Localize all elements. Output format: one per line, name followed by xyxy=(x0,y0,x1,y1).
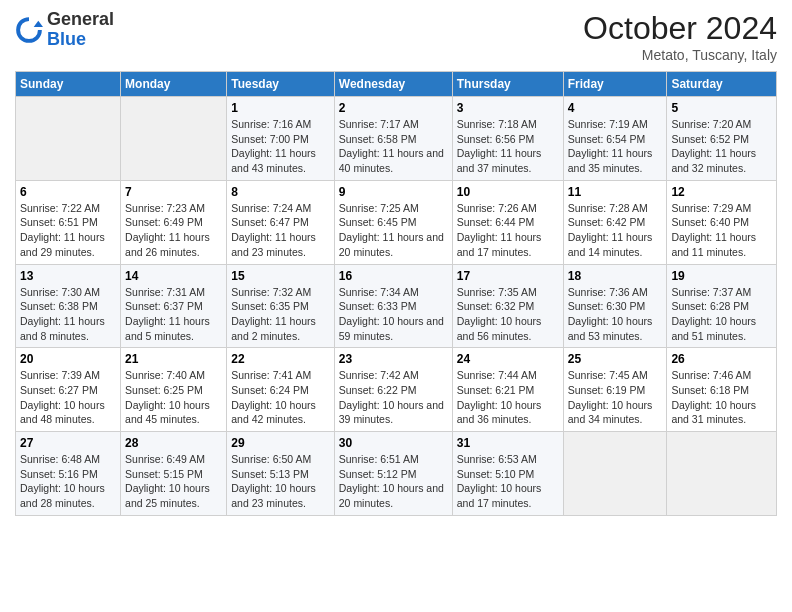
day-cell: 6Sunrise: 7:22 AMSunset: 6:51 PMDaylight… xyxy=(16,180,121,264)
day-cell: 21Sunrise: 7:40 AMSunset: 6:25 PMDayligh… xyxy=(121,348,227,432)
day-cell xyxy=(667,432,777,516)
day-cell: 4Sunrise: 7:19 AMSunset: 6:54 PMDaylight… xyxy=(563,97,667,181)
day-cell: 3Sunrise: 7:18 AMSunset: 6:56 PMDaylight… xyxy=(452,97,563,181)
day-cell: 26Sunrise: 7:46 AMSunset: 6:18 PMDayligh… xyxy=(667,348,777,432)
page: General Blue October 2024 Metato, Tuscan… xyxy=(0,0,792,612)
day-info: Sunrise: 6:49 AMSunset: 5:15 PMDaylight:… xyxy=(125,452,222,511)
day-number: 2 xyxy=(339,101,448,115)
day-info: Sunrise: 7:23 AMSunset: 6:49 PMDaylight:… xyxy=(125,201,222,260)
day-cell: 11Sunrise: 7:28 AMSunset: 6:42 PMDayligh… xyxy=(563,180,667,264)
day-number: 8 xyxy=(231,185,330,199)
day-info: Sunrise: 7:32 AMSunset: 6:35 PMDaylight:… xyxy=(231,285,330,344)
day-cell: 28Sunrise: 6:49 AMSunset: 5:15 PMDayligh… xyxy=(121,432,227,516)
day-number: 12 xyxy=(671,185,772,199)
col-header-tuesday: Tuesday xyxy=(227,72,335,97)
day-cell: 13Sunrise: 7:30 AMSunset: 6:38 PMDayligh… xyxy=(16,264,121,348)
day-number: 1 xyxy=(231,101,330,115)
day-info: Sunrise: 6:50 AMSunset: 5:13 PMDaylight:… xyxy=(231,452,330,511)
title-block: October 2024 Metato, Tuscany, Italy xyxy=(583,10,777,63)
day-cell: 2Sunrise: 7:17 AMSunset: 6:58 PMDaylight… xyxy=(334,97,452,181)
day-info: Sunrise: 6:51 AMSunset: 5:12 PMDaylight:… xyxy=(339,452,448,511)
day-info: Sunrise: 7:45 AMSunset: 6:19 PMDaylight:… xyxy=(568,368,663,427)
day-number: 29 xyxy=(231,436,330,450)
day-info: Sunrise: 7:24 AMSunset: 6:47 PMDaylight:… xyxy=(231,201,330,260)
day-info: Sunrise: 7:42 AMSunset: 6:22 PMDaylight:… xyxy=(339,368,448,427)
day-cell: 27Sunrise: 6:48 AMSunset: 5:16 PMDayligh… xyxy=(16,432,121,516)
day-info: Sunrise: 7:18 AMSunset: 6:56 PMDaylight:… xyxy=(457,117,559,176)
day-cell: 20Sunrise: 7:39 AMSunset: 6:27 PMDayligh… xyxy=(16,348,121,432)
day-number: 4 xyxy=(568,101,663,115)
logo-text: General Blue xyxy=(47,10,114,50)
logo: General Blue xyxy=(15,10,114,50)
week-row-2: 6Sunrise: 7:22 AMSunset: 6:51 PMDaylight… xyxy=(16,180,777,264)
day-number: 6 xyxy=(20,185,116,199)
day-number: 13 xyxy=(20,269,116,283)
day-cell: 5Sunrise: 7:20 AMSunset: 6:52 PMDaylight… xyxy=(667,97,777,181)
day-info: Sunrise: 7:34 AMSunset: 6:33 PMDaylight:… xyxy=(339,285,448,344)
day-cell: 17Sunrise: 7:35 AMSunset: 6:32 PMDayligh… xyxy=(452,264,563,348)
day-number: 5 xyxy=(671,101,772,115)
day-info: Sunrise: 7:37 AMSunset: 6:28 PMDaylight:… xyxy=(671,285,772,344)
day-info: Sunrise: 6:53 AMSunset: 5:10 PMDaylight:… xyxy=(457,452,559,511)
day-number: 16 xyxy=(339,269,448,283)
col-header-wednesday: Wednesday xyxy=(334,72,452,97)
day-number: 22 xyxy=(231,352,330,366)
header: General Blue October 2024 Metato, Tuscan… xyxy=(15,10,777,63)
col-header-monday: Monday xyxy=(121,72,227,97)
day-number: 21 xyxy=(125,352,222,366)
day-cell xyxy=(121,97,227,181)
day-info: Sunrise: 7:25 AMSunset: 6:45 PMDaylight:… xyxy=(339,201,448,260)
day-cell xyxy=(563,432,667,516)
day-number: 28 xyxy=(125,436,222,450)
day-number: 10 xyxy=(457,185,559,199)
day-info: Sunrise: 7:30 AMSunset: 6:38 PMDaylight:… xyxy=(20,285,116,344)
day-number: 3 xyxy=(457,101,559,115)
day-number: 19 xyxy=(671,269,772,283)
day-cell: 7Sunrise: 7:23 AMSunset: 6:49 PMDaylight… xyxy=(121,180,227,264)
logo-icon xyxy=(15,16,43,44)
day-info: Sunrise: 7:41 AMSunset: 6:24 PMDaylight:… xyxy=(231,368,330,427)
day-info: Sunrise: 7:19 AMSunset: 6:54 PMDaylight:… xyxy=(568,117,663,176)
day-info: Sunrise: 7:29 AMSunset: 6:40 PMDaylight:… xyxy=(671,201,772,260)
day-number: 26 xyxy=(671,352,772,366)
day-cell: 23Sunrise: 7:42 AMSunset: 6:22 PMDayligh… xyxy=(334,348,452,432)
location: Metato, Tuscany, Italy xyxy=(583,47,777,63)
calendar-table: SundayMondayTuesdayWednesdayThursdayFrid… xyxy=(15,71,777,516)
day-info: Sunrise: 7:17 AMSunset: 6:58 PMDaylight:… xyxy=(339,117,448,176)
day-number: 9 xyxy=(339,185,448,199)
day-info: Sunrise: 7:31 AMSunset: 6:37 PMDaylight:… xyxy=(125,285,222,344)
day-info: Sunrise: 7:28 AMSunset: 6:42 PMDaylight:… xyxy=(568,201,663,260)
day-cell: 1Sunrise: 7:16 AMSunset: 7:00 PMDaylight… xyxy=(227,97,335,181)
day-number: 25 xyxy=(568,352,663,366)
day-cell: 9Sunrise: 7:25 AMSunset: 6:45 PMDaylight… xyxy=(334,180,452,264)
week-row-5: 27Sunrise: 6:48 AMSunset: 5:16 PMDayligh… xyxy=(16,432,777,516)
day-cell: 14Sunrise: 7:31 AMSunset: 6:37 PMDayligh… xyxy=(121,264,227,348)
day-number: 18 xyxy=(568,269,663,283)
svg-marker-0 xyxy=(34,20,43,26)
day-info: Sunrise: 7:44 AMSunset: 6:21 PMDaylight:… xyxy=(457,368,559,427)
day-number: 23 xyxy=(339,352,448,366)
day-info: Sunrise: 7:20 AMSunset: 6:52 PMDaylight:… xyxy=(671,117,772,176)
day-number: 20 xyxy=(20,352,116,366)
day-cell: 19Sunrise: 7:37 AMSunset: 6:28 PMDayligh… xyxy=(667,264,777,348)
week-row-1: 1Sunrise: 7:16 AMSunset: 7:00 PMDaylight… xyxy=(16,97,777,181)
day-info: Sunrise: 7:36 AMSunset: 6:30 PMDaylight:… xyxy=(568,285,663,344)
week-row-3: 13Sunrise: 7:30 AMSunset: 6:38 PMDayligh… xyxy=(16,264,777,348)
day-number: 7 xyxy=(125,185,222,199)
day-cell: 22Sunrise: 7:41 AMSunset: 6:24 PMDayligh… xyxy=(227,348,335,432)
day-info: Sunrise: 7:39 AMSunset: 6:27 PMDaylight:… xyxy=(20,368,116,427)
day-number: 31 xyxy=(457,436,559,450)
day-number: 27 xyxy=(20,436,116,450)
day-info: Sunrise: 7:35 AMSunset: 6:32 PMDaylight:… xyxy=(457,285,559,344)
day-cell: 29Sunrise: 6:50 AMSunset: 5:13 PMDayligh… xyxy=(227,432,335,516)
day-cell: 18Sunrise: 7:36 AMSunset: 6:30 PMDayligh… xyxy=(563,264,667,348)
col-header-thursday: Thursday xyxy=(452,72,563,97)
day-info: Sunrise: 7:26 AMSunset: 6:44 PMDaylight:… xyxy=(457,201,559,260)
day-info: Sunrise: 7:46 AMSunset: 6:18 PMDaylight:… xyxy=(671,368,772,427)
day-cell: 15Sunrise: 7:32 AMSunset: 6:35 PMDayligh… xyxy=(227,264,335,348)
day-cell: 8Sunrise: 7:24 AMSunset: 6:47 PMDaylight… xyxy=(227,180,335,264)
day-number: 11 xyxy=(568,185,663,199)
day-cell: 25Sunrise: 7:45 AMSunset: 6:19 PMDayligh… xyxy=(563,348,667,432)
day-number: 15 xyxy=(231,269,330,283)
week-row-4: 20Sunrise: 7:39 AMSunset: 6:27 PMDayligh… xyxy=(16,348,777,432)
